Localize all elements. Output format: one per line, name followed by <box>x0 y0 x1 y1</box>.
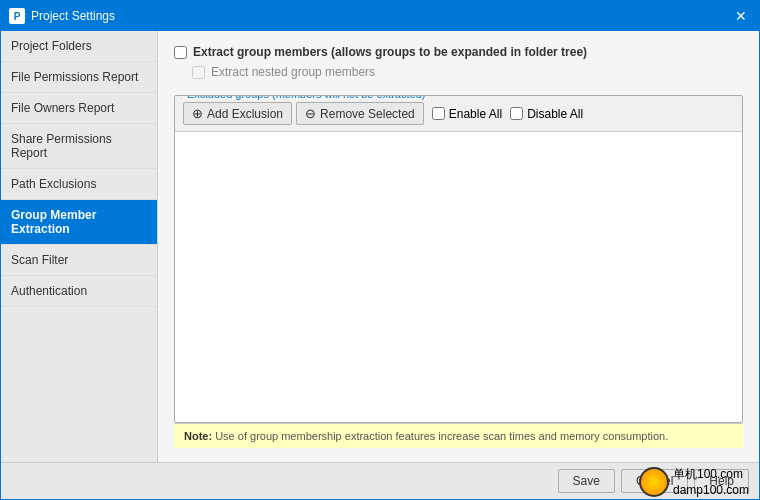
remove-icon: ⊖ <box>305 106 316 121</box>
window-title: Project Settings <box>31 9 731 23</box>
disable-all-checkbox-wrapper[interactable]: Disable All <box>510 107 583 121</box>
enable-all-label: Enable All <box>449 107 502 121</box>
watermark-text: 单机100.com damp100.com <box>673 466 749 497</box>
extract-checkbox[interactable] <box>174 46 187 59</box>
add-icon: ⊕ <box>192 106 203 121</box>
watermark: 单机100.com damp100.com <box>639 466 749 497</box>
watermark-logo <box>639 467 669 497</box>
close-button[interactable]: ✕ <box>731 6 751 26</box>
remove-selected-label: Remove Selected <box>320 107 415 121</box>
note-content: Use of group membership extraction featu… <box>215 430 668 442</box>
sidebar-item-group-member-extraction[interactable]: Group Member Extraction <box>1 200 157 245</box>
enable-all-checkbox-wrapper[interactable]: Enable All <box>432 107 502 121</box>
watermark-site1: 单机100.com <box>673 466 749 483</box>
sidebar-item-share-permissions-report[interactable]: Share Permissions Report <box>1 124 157 169</box>
sidebar-item-file-permissions-report[interactable]: File Permissions Report <box>1 62 157 93</box>
disable-all-checkbox[interactable] <box>510 107 523 120</box>
disable-all-label: Disable All <box>527 107 583 121</box>
title-bar: P Project Settings ✕ <box>1 1 759 31</box>
sidebar-item-project-folders[interactable]: Project Folders <box>1 31 157 62</box>
exclusion-list[interactable] <box>175 132 742 422</box>
add-exclusion-label: Add Exclusion <box>207 107 283 121</box>
nested-checkbox-label: Extract nested group members <box>211 65 375 79</box>
save-button[interactable]: Save <box>558 469 615 493</box>
fieldset-legend: Excluded groups (members will not be ext… <box>183 95 429 100</box>
footer: Save Cancel Help 单机100.com damp100.com <box>1 462 759 499</box>
window-body: Project Folders File Permissions Report … <box>1 31 759 462</box>
main-content: Extract group members (allows groups to … <box>158 31 759 462</box>
exclusion-toolbar: ⊕ Add Exclusion ⊖ Remove Selected Enable… <box>175 96 742 132</box>
nested-checkbox[interactable] <box>192 66 205 79</box>
main-window: P Project Settings ✕ Project Folders Fil… <box>0 0 760 500</box>
sidebar-item-path-exclusions[interactable]: Path Exclusions <box>1 169 157 200</box>
note-bold: Note: <box>184 430 212 442</box>
sidebar-item-authentication[interactable]: Authentication <box>1 276 157 307</box>
nested-checkbox-row: Extract nested group members <box>192 65 743 79</box>
note-text: Note: Use of group membership extraction… <box>184 430 668 442</box>
app-icon: P <box>9 8 25 24</box>
remove-selected-button[interactable]: ⊖ Remove Selected <box>296 102 424 125</box>
watermark-site2: damp100.com <box>673 483 749 497</box>
enable-all-checkbox[interactable] <box>432 107 445 120</box>
extract-checkbox-row: Extract group members (allows groups to … <box>174 45 743 59</box>
sidebar-item-file-owners-report[interactable]: File Owners Report <box>1 93 157 124</box>
note-bar: Note: Use of group membership extraction… <box>174 423 743 448</box>
excluded-groups-fieldset: Excluded groups (members will not be ext… <box>174 95 743 423</box>
extract-checkbox-label: Extract group members (allows groups to … <box>193 45 587 59</box>
add-exclusion-button[interactable]: ⊕ Add Exclusion <box>183 102 292 125</box>
sidebar-item-scan-filter[interactable]: Scan Filter <box>1 245 157 276</box>
sidebar: Project Folders File Permissions Report … <box>1 31 158 462</box>
